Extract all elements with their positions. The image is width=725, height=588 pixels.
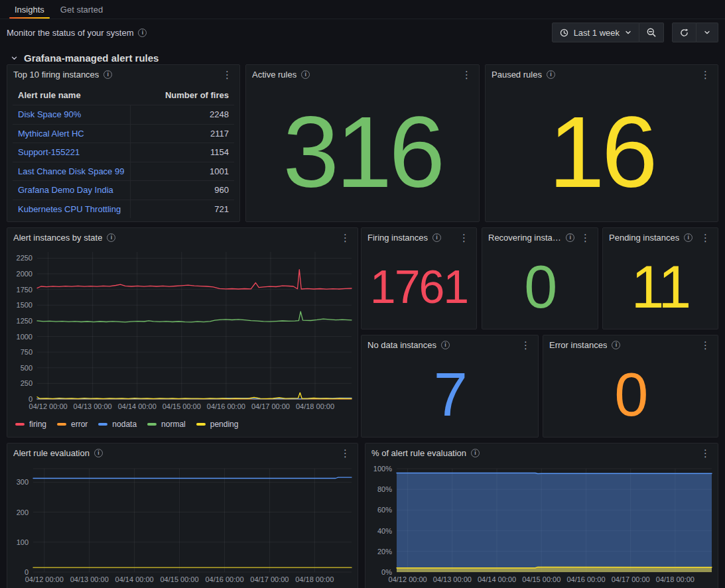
svg-text:04/18 00:00: 04/18 00:00 — [296, 402, 334, 410]
panel-info-icon[interactable]: i — [107, 233, 115, 242]
panel-menu-icon[interactable]: ⋮ — [579, 233, 592, 243]
legend-item-error[interactable]: error — [57, 420, 88, 429]
panel-menu-icon[interactable]: ⋮ — [699, 70, 712, 80]
alert-rule-link[interactable]: Disk Space 90% — [13, 105, 130, 124]
panel-header: Top 10 firing instances i ⋮ — [7, 65, 239, 84]
panel-info-icon[interactable]: i — [471, 449, 480, 457]
panel-title: % of alert rule evaluation — [371, 448, 466, 458]
panel-menu-icon[interactable]: ⋮ — [460, 70, 473, 80]
panel-menu-icon[interactable]: ⋮ — [339, 233, 352, 243]
svg-text:04/18 00:00: 04/18 00:00 — [656, 575, 694, 583]
svg-text:60%: 60% — [377, 506, 392, 514]
svg-text:04/16 00:00: 04/16 00:00 — [207, 402, 245, 410]
panel-info-icon[interactable]: i — [432, 233, 441, 242]
svg-text:04/15 00:00: 04/15 00:00 — [163, 402, 201, 410]
panel-menu-icon[interactable]: ⋮ — [699, 448, 712, 458]
alert-rule-link[interactable]: Kubernetes CPU Throttling — [13, 200, 130, 219]
firing-instances-value: 1761 — [362, 247, 476, 327]
svg-text:100: 100 — [17, 538, 29, 546]
pct-alert-rule-evaluation-chart[interactable]: 0%20%40%60%80%100%04/12 00:0004/13 00:00… — [367, 462, 716, 588]
table-row: Mythical Alert HC2117 — [13, 124, 234, 143]
recovering-instances-value: 0 — [482, 247, 598, 327]
legend-item-firing[interactable]: firing — [15, 420, 46, 429]
time-range-picker[interactable]: Last 1 week — [552, 23, 639, 42]
alert-rule-link[interactable]: Grafana Demo Day India — [13, 181, 130, 200]
svg-text:04/13 00:00: 04/13 00:00 — [433, 575, 472, 583]
svg-text:04/16 00:00: 04/16 00:00 — [566, 575, 605, 583]
alert-rule-evaluation-chart[interactable]: 010020030004/12 00:0004/13 00:0004/14 00… — [9, 462, 356, 588]
panel-menu-icon[interactable]: ⋮ — [458, 233, 470, 243]
panel-header: Alert instances by state i ⋮ — [7, 228, 358, 247]
legend-label: normal — [161, 420, 186, 429]
panel-error-instances: Error instances i ⋮ 0 — [543, 335, 718, 438]
chart-legend: firingerrornodatanormalpending — [7, 418, 358, 429]
pending-instances-value: 11 — [603, 247, 718, 327]
fires-count: 960 — [130, 181, 234, 200]
tab-get-started[interactable]: Get started — [52, 0, 111, 19]
svg-text:04/13 00:00: 04/13 00:00 — [74, 402, 112, 410]
table-row: Kubernetes CPU Throttling721 — [13, 200, 234, 219]
svg-text:04/12 00:00: 04/12 00:00 — [29, 402, 68, 410]
panel-menu-icon[interactable]: ⋮ — [221, 70, 233, 80]
svg-text:200: 200 — [17, 508, 29, 516]
fires-count: 2248 — [130, 105, 234, 124]
alert-rule-link[interactable]: Support-155221 — [13, 143, 130, 162]
tab-bar: Insights Get started — [0, 0, 725, 19]
legend-dash-icon — [15, 423, 25, 426]
alert-instances-by-state-chart[interactable]: 025050075010001250150017502000225004/12 … — [9, 247, 356, 418]
svg-text:1250: 1250 — [17, 317, 33, 325]
fires-count: 1154 — [130, 143, 234, 162]
tab-insights-label: Insights — [15, 5, 44, 15]
legend-item-normal[interactable]: normal — [147, 420, 186, 429]
svg-text:04/14 00:00: 04/14 00:00 — [478, 575, 516, 583]
legend-item-nodata[interactable]: nodata — [98, 420, 137, 429]
panel-firing-instances: Firing instances i ⋮ 1761 — [361, 227, 477, 329]
subtitle-info-icon[interactable]: i — [138, 29, 147, 37]
panel-info-icon[interactable]: i — [612, 341, 620, 349]
panel-info-icon[interactable]: i — [441, 341, 450, 349]
svg-text:04/17 00:00: 04/17 00:00 — [251, 402, 290, 410]
panel-alert-rule-evaluation: Alert rule evaluation i ⋮ 010020030004/1… — [7, 443, 358, 588]
alert-rule-link[interactable]: Mythical Alert HC — [13, 125, 130, 143]
fires-count: 721 — [130, 200, 234, 219]
panel-info-icon[interactable]: i — [94, 449, 103, 457]
panel-menu-icon[interactable]: ⋮ — [339, 448, 352, 458]
panel-info-icon[interactable]: i — [684, 233, 692, 242]
column-header-alert-rule-name[interactable]: Alert rule name — [13, 90, 130, 100]
fires-count: 2117 — [130, 125, 234, 143]
chevron-down-icon — [624, 29, 632, 36]
legend-item-pending[interactable]: pending — [196, 420, 239, 429]
panel-menu-icon[interactable]: ⋮ — [699, 340, 712, 350]
panel-menu-icon[interactable]: ⋮ — [699, 233, 712, 243]
paused-rules-value: 16 — [486, 84, 718, 220]
refresh-interval-dropdown[interactable] — [696, 23, 718, 42]
panel-header: Error instances i ⋮ — [543, 335, 718, 354]
panel-info-icon[interactable]: i — [301, 70, 310, 79]
panel-info-icon[interactable]: i — [547, 70, 555, 79]
panel-active-rules: Active rules i ⋮ 316 — [245, 64, 480, 222]
panel-info-icon[interactable]: i — [103, 70, 112, 79]
legend-dash-icon — [147, 423, 157, 426]
legend-label: firing — [29, 420, 46, 429]
refresh-button[interactable] — [672, 23, 696, 42]
panel-header: Alert rule evaluation i ⋮ — [7, 443, 358, 462]
panel-title: Recovering instan... — [488, 233, 561, 243]
refresh-icon — [679, 28, 689, 38]
tab-get-started-label: Get started — [60, 5, 103, 15]
panel-nodata-instances: No data instances i ⋮ 7 — [361, 335, 539, 438]
svg-text:1000: 1000 — [17, 333, 33, 341]
panel-pending-instances: Pending instances i ⋮ 11 — [602, 227, 718, 329]
legend-dash-icon — [196, 423, 206, 426]
panel-menu-icon[interactable]: ⋮ — [519, 340, 532, 350]
column-header-number-of-fires[interactable]: Number of fires — [130, 90, 234, 100]
panel-pct-alert-rule-evaluation: % of alert rule evaluation i ⋮ 0%20%40%6… — [365, 443, 718, 588]
legend-dash-icon — [98, 423, 107, 426]
svg-text:750: 750 — [21, 348, 33, 356]
table-row: Grafana Demo Day India960 — [13, 180, 234, 200]
panel-info-icon[interactable]: i — [566, 233, 574, 242]
alert-rule-link[interactable]: Last Chance Disk Space 99 — [13, 162, 130, 181]
zoom-out-button[interactable] — [639, 23, 664, 42]
tab-insights[interactable]: Insights — [7, 0, 52, 19]
firing-instances-table: Alert rule name Number of fires Disk Spa… — [7, 84, 239, 218]
panel-header: % of alert rule evaluation i ⋮ — [365, 443, 718, 462]
